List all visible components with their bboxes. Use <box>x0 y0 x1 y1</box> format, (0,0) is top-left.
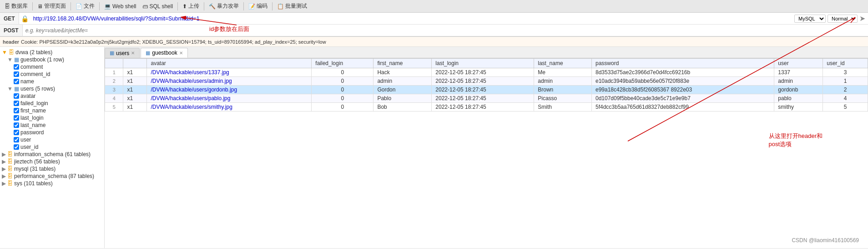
sqlshell-icon: 🗃 <box>142 3 148 10</box>
table-cell: 0 <box>312 68 373 77</box>
table-cell: 2022-12-05 18:27:45 <box>432 68 534 77</box>
table-cell: Me <box>534 68 592 77</box>
comment-checkbox[interactable] <box>14 64 19 70</box>
sidebar-item-guestbook[interactable]: ▼ ▦ guestbook (1 row) <box>0 56 104 63</box>
brute-icon: 🔨 <box>209 3 216 10</box>
mode-select[interactable]: Normal Expert <box>828 15 858 23</box>
sidebar-item-first-name[interactable]: first_name <box>0 107 104 114</box>
toolbar-btn-admin[interactable]: 🖥 管理页面 <box>35 1 69 11</box>
sidebar-item-password[interactable]: password <box>0 129 104 136</box>
perf-schema-expand-icon: ▶ <box>2 173 6 179</box>
url-area: GET 🔒 MySQL MSSQL Oracle Normal Expert ➤… <box>0 13 868 37</box>
tabs-bar: ▦ users ✕ ▦ guestbook ✕ <box>105 47 868 58</box>
mysql-label: mysql (31 tables) <box>14 166 56 172</box>
tab-table-icon-guestbook: ▦ <box>146 50 150 56</box>
divider3 <box>99 2 100 10</box>
sidebar-item-sys[interactable]: ▶ 🗄 sys (101 tables) <box>0 180 104 187</box>
toolbar-btn-brute[interactable]: 🔨 暴力攻举 <box>206 1 242 11</box>
sidebar-item-information-schema[interactable]: ▶ 🗄 information_schema (61 tables) <box>0 151 104 158</box>
table-cell: x1 <box>123 103 147 112</box>
password-label: password <box>20 129 44 136</box>
table-cell: Brown <box>534 86 592 94</box>
mysql-expand-icon: ▶ <box>2 166 6 172</box>
table-cell: 2022-12-05 18:27:45 <box>432 86 534 94</box>
table-cell: 2022-12-05 18:27:45 <box>432 103 534 112</box>
table-cell: /DVWA/hackable/users/smithy.jpg <box>147 103 312 112</box>
sidebar-item-mysql[interactable]: ▶ 🗄 mysql (31 tables) <box>0 165 104 173</box>
tab-guestbook-close[interactable]: ✕ <box>179 51 183 56</box>
expand-button[interactable]: ➤ <box>859 14 865 23</box>
th-last-name: last_name <box>534 59 592 68</box>
th-rownum <box>105 59 123 68</box>
user-id-label: user_id <box>20 144 38 150</box>
tab-users[interactable]: ▦ users ✕ <box>105 48 140 58</box>
sys-expand-icon: ▶ <box>2 180 6 187</box>
user-id-checkbox[interactable] <box>14 144 19 150</box>
table-cell: 1 <box>823 77 868 86</box>
divider2 <box>71 2 71 10</box>
divider5 <box>204 2 204 10</box>
toolbar-btn-sqlshell[interactable]: 🗃 SQL shell <box>140 2 176 10</box>
divider <box>32 2 33 10</box>
tab-users-close[interactable]: ✕ <box>131 51 135 56</box>
main-content: ▼ 🗄 dvwa (2 tables) ▼ ▦ guestbook (1 row… <box>0 47 868 248</box>
name-label: name <box>20 78 34 85</box>
guestbook-label: guestbook (1 row) <box>20 56 64 63</box>
post-row: POST <box>0 25 868 36</box>
th-user: user <box>774 59 823 68</box>
sidebar-item-comment-id[interactable]: comment_id <box>0 71 104 78</box>
perf-schema-db-icon: 🗄 <box>7 173 13 179</box>
sidebar-item-last-name[interactable]: last_name <box>0 122 104 129</box>
comment-id-checkbox[interactable] <box>14 71 19 77</box>
table-row: 1x1/DVWA/hackable/users/1337.jpg0Hack202… <box>105 68 868 77</box>
tab-guestbook[interactable]: ▦ guestbook ✕ <box>141 48 187 58</box>
get-url-input[interactable] <box>30 15 794 23</box>
password-checkbox[interactable] <box>14 130 19 135</box>
sidebar-item-users[interactable]: ▼ ▦ users (5 rows) <box>0 85 104 92</box>
sidebar-item-avatar[interactable]: avatar <box>0 92 104 100</box>
first-name-checkbox[interactable] <box>14 108 19 113</box>
toolbar-btn-upload[interactable]: ⬆ 上传 <box>180 1 202 11</box>
last-name-checkbox[interactable] <box>14 122 19 128</box>
toolbar-btn-file[interactable]: 📄 文件 <box>73 1 97 11</box>
table-cell: Pablo <box>373 94 432 103</box>
jieztech-label: jieztech (56 tables) <box>14 158 60 165</box>
sidebar-item-user[interactable]: user <box>0 136 104 143</box>
table-row: 2x1/DVWA/hackable/users/admin.jpg0admin2… <box>105 77 868 86</box>
th-first-name: first_name <box>373 59 432 68</box>
table-row: 3x1/DVWA/hackable/users/gordonb.jpg0Gord… <box>105 86 868 94</box>
user-checkbox[interactable] <box>14 137 19 142</box>
sidebar-item-user-id[interactable]: user_id <box>0 143 104 151</box>
last-login-checkbox[interactable] <box>14 115 19 121</box>
toolbar-btn-encode[interactable]: 📝 编码 <box>246 1 270 11</box>
db-type-select[interactable]: MySQL MSSQL Oracle <box>794 15 826 23</box>
sidebar-item-failed-login[interactable]: failed_login <box>0 100 104 107</box>
table-icon-guestbook: ▦ <box>14 56 19 63</box>
table-cell: e10adc3949ba59abbe56e057f20f883e <box>591 77 774 86</box>
sidebar-item-jieztech[interactable]: ▶ 🗄 jieztech (56 tables) <box>0 158 104 165</box>
sidebar-item-dvwa[interactable]: ▼ 🗄 dvwa (2 tables) <box>0 49 104 56</box>
toolbar-btn-webshell[interactable]: 💻 Web shell <box>101 2 139 10</box>
mysql-db-icon: 🗄 <box>7 166 13 172</box>
post-url-input[interactable] <box>23 26 868 35</box>
avatar-checkbox[interactable] <box>14 93 19 99</box>
sidebar-item-last-login[interactable]: last_login <box>0 114 104 122</box>
user-col-label: user <box>20 137 31 143</box>
table-cell: Bob <box>373 103 432 112</box>
table-cell: admin <box>373 77 432 86</box>
sys-db-icon: 🗄 <box>7 180 13 187</box>
sidebar-item-comment[interactable]: comment <box>0 63 104 71</box>
sidebar-item-performance-schema[interactable]: ▶ 🗄 performance_schema (87 tables) <box>0 173 104 180</box>
table-cell: 2022-12-05 18:27:45 <box>432 94 534 103</box>
table-cell: 3 <box>105 86 123 94</box>
table-cell: 5 <box>105 103 123 112</box>
failed-login-checkbox[interactable] <box>14 101 19 106</box>
name-checkbox[interactable] <box>14 79 19 84</box>
toolbar-btn-database[interactable]: 🗄 数据库 <box>2 1 30 11</box>
table-cell: x1 <box>123 77 147 86</box>
toolbar-btn-batch[interactable]: 📋 批量测试 <box>274 1 310 11</box>
table-cell: /DVWA/hackable/users/admin.jpg <box>147 77 312 86</box>
sidebar-item-name[interactable]: name <box>0 78 104 85</box>
th-password: password <box>591 59 774 68</box>
tab-users-label: users <box>116 50 129 56</box>
